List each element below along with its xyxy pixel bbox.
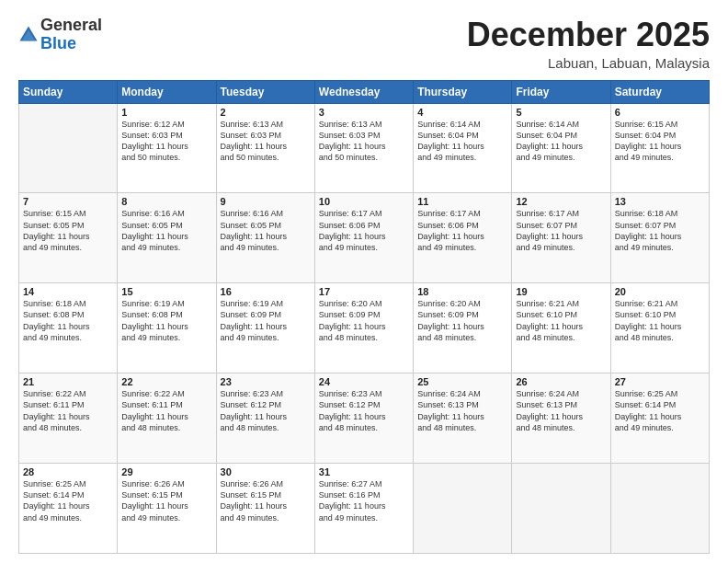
logo: General Blue bbox=[18, 17, 102, 53]
day-number: 21 bbox=[23, 376, 113, 387]
day-number: 11 bbox=[417, 196, 507, 207]
calendar-cell: 24Sunrise: 6:23 AM Sunset: 6:12 PM Dayli… bbox=[314, 373, 413, 464]
calendar-header-friday: Friday bbox=[512, 80, 610, 103]
calendar-cell: 2Sunrise: 6:13 AM Sunset: 6:03 PM Daylig… bbox=[216, 103, 314, 193]
calendar-cell bbox=[512, 464, 610, 554]
calendar-cell: 14Sunrise: 6:18 AM Sunset: 6:08 PM Dayli… bbox=[19, 283, 118, 373]
day-number: 31 bbox=[319, 466, 409, 477]
day-number: 20 bbox=[615, 286, 705, 297]
day-info: Sunrise: 6:14 AM Sunset: 6:04 PM Dayligh… bbox=[417, 119, 507, 164]
day-number: 5 bbox=[516, 107, 606, 118]
day-info: Sunrise: 6:12 AM Sunset: 6:03 PM Dayligh… bbox=[121, 119, 211, 164]
calendar-table: SundayMondayTuesdayWednesdayThursdayFrid… bbox=[18, 80, 710, 554]
day-number: 10 bbox=[319, 196, 409, 207]
day-info: Sunrise: 6:15 AM Sunset: 6:04 PM Dayligh… bbox=[615, 119, 705, 164]
month-title: December 2025 bbox=[467, 17, 710, 53]
day-number: 22 bbox=[121, 376, 211, 387]
logo-blue: Blue bbox=[40, 34, 76, 52]
day-number: 28 bbox=[23, 466, 113, 477]
title-block: December 2025 Labuan, Labuan, Malaysia bbox=[467, 17, 710, 71]
day-number: 1 bbox=[121, 107, 211, 118]
day-number: 14 bbox=[23, 286, 113, 297]
day-info: Sunrise: 6:26 AM Sunset: 6:15 PM Dayligh… bbox=[121, 478, 211, 523]
logo-text: General Blue bbox=[40, 17, 102, 53]
calendar-cell: 13Sunrise: 6:18 AM Sunset: 6:07 PM Dayli… bbox=[610, 193, 709, 283]
day-number: 3 bbox=[319, 107, 409, 118]
day-number: 2 bbox=[221, 107, 311, 118]
calendar-cell: 27Sunrise: 6:25 AM Sunset: 6:14 PM Dayli… bbox=[610, 373, 709, 464]
day-info: Sunrise: 6:19 AM Sunset: 6:08 PM Dayligh… bbox=[121, 298, 211, 343]
day-info: Sunrise: 6:13 AM Sunset: 6:03 PM Dayligh… bbox=[319, 119, 409, 164]
calendar-cell bbox=[19, 103, 118, 193]
calendar-cell: 7Sunrise: 6:15 AM Sunset: 6:05 PM Daylig… bbox=[19, 193, 118, 283]
calendar-week-row: 7Sunrise: 6:15 AM Sunset: 6:05 PM Daylig… bbox=[19, 193, 710, 283]
day-info: Sunrise: 6:21 AM Sunset: 6:10 PM Dayligh… bbox=[516, 298, 606, 343]
day-info: Sunrise: 6:20 AM Sunset: 6:09 PM Dayligh… bbox=[319, 298, 409, 343]
day-info: Sunrise: 6:22 AM Sunset: 6:11 PM Dayligh… bbox=[23, 388, 113, 433]
day-info: Sunrise: 6:18 AM Sunset: 6:08 PM Dayligh… bbox=[23, 298, 113, 343]
day-info: Sunrise: 6:14 AM Sunset: 6:04 PM Dayligh… bbox=[516, 119, 606, 164]
day-info: Sunrise: 6:23 AM Sunset: 6:12 PM Dayligh… bbox=[319, 388, 409, 433]
day-info: Sunrise: 6:21 AM Sunset: 6:10 PM Dayligh… bbox=[615, 298, 705, 343]
day-number: 19 bbox=[516, 286, 606, 297]
day-info: Sunrise: 6:15 AM Sunset: 6:05 PM Dayligh… bbox=[23, 208, 113, 253]
day-number: 18 bbox=[417, 286, 507, 297]
header: General Blue December 2025 Labuan, Labua… bbox=[18, 17, 710, 71]
calendar-week-row: 28Sunrise: 6:25 AM Sunset: 6:14 PM Dayli… bbox=[19, 464, 710, 554]
calendar-cell: 11Sunrise: 6:17 AM Sunset: 6:06 PM Dayli… bbox=[414, 193, 512, 283]
day-info: Sunrise: 6:13 AM Sunset: 6:03 PM Dayligh… bbox=[221, 119, 311, 164]
calendar-cell: 10Sunrise: 6:17 AM Sunset: 6:06 PM Dayli… bbox=[314, 193, 413, 283]
day-number: 23 bbox=[221, 376, 311, 387]
calendar-cell: 12Sunrise: 6:17 AM Sunset: 6:07 PM Dayli… bbox=[512, 193, 610, 283]
calendar-cell: 31Sunrise: 6:27 AM Sunset: 6:16 PM Dayli… bbox=[314, 464, 413, 554]
day-info: Sunrise: 6:16 AM Sunset: 6:05 PM Dayligh… bbox=[121, 208, 211, 253]
calendar-week-row: 14Sunrise: 6:18 AM Sunset: 6:08 PM Dayli… bbox=[19, 283, 710, 373]
calendar-cell: 9Sunrise: 6:16 AM Sunset: 6:05 PM Daylig… bbox=[216, 193, 314, 283]
day-info: Sunrise: 6:25 AM Sunset: 6:14 PM Dayligh… bbox=[615, 388, 705, 433]
day-number: 16 bbox=[221, 286, 311, 297]
day-number: 12 bbox=[516, 196, 606, 207]
day-info: Sunrise: 6:23 AM Sunset: 6:12 PM Dayligh… bbox=[221, 388, 311, 433]
calendar-header-tuesday: Tuesday bbox=[216, 80, 314, 103]
calendar-cell: 26Sunrise: 6:24 AM Sunset: 6:13 PM Dayli… bbox=[512, 373, 610, 464]
calendar-cell: 25Sunrise: 6:24 AM Sunset: 6:13 PM Dayli… bbox=[414, 373, 512, 464]
calendar-cell: 18Sunrise: 6:20 AM Sunset: 6:09 PM Dayli… bbox=[414, 283, 512, 373]
calendar-cell: 19Sunrise: 6:21 AM Sunset: 6:10 PM Dayli… bbox=[512, 283, 610, 373]
day-number: 26 bbox=[516, 376, 606, 387]
day-number: 8 bbox=[121, 196, 211, 207]
day-info: Sunrise: 6:20 AM Sunset: 6:09 PM Dayligh… bbox=[417, 298, 507, 343]
calendar-header-thursday: Thursday bbox=[414, 80, 512, 103]
day-number: 29 bbox=[121, 466, 211, 477]
calendar-cell: 3Sunrise: 6:13 AM Sunset: 6:03 PM Daylig… bbox=[314, 103, 413, 193]
day-number: 27 bbox=[615, 376, 705, 387]
calendar-cell: 1Sunrise: 6:12 AM Sunset: 6:03 PM Daylig… bbox=[118, 103, 216, 193]
day-info: Sunrise: 6:19 AM Sunset: 6:09 PM Dayligh… bbox=[221, 298, 311, 343]
day-number: 30 bbox=[221, 466, 311, 477]
day-number: 17 bbox=[319, 286, 409, 297]
day-info: Sunrise: 6:22 AM Sunset: 6:11 PM Dayligh… bbox=[121, 388, 211, 433]
logo-general: General bbox=[40, 16, 102, 34]
calendar-cell: 15Sunrise: 6:19 AM Sunset: 6:08 PM Dayli… bbox=[118, 283, 216, 373]
calendar-cell: 4Sunrise: 6:14 AM Sunset: 6:04 PM Daylig… bbox=[414, 103, 512, 193]
calendar-week-row: 1Sunrise: 6:12 AM Sunset: 6:03 PM Daylig… bbox=[19, 103, 710, 193]
day-number: 25 bbox=[417, 376, 507, 387]
day-info: Sunrise: 6:17 AM Sunset: 6:06 PM Dayligh… bbox=[319, 208, 409, 253]
calendar-cell: 20Sunrise: 6:21 AM Sunset: 6:10 PM Dayli… bbox=[610, 283, 709, 373]
calendar-header-wednesday: Wednesday bbox=[314, 80, 413, 103]
calendar-header-row: SundayMondayTuesdayWednesdayThursdayFrid… bbox=[19, 80, 710, 103]
calendar-cell: 16Sunrise: 6:19 AM Sunset: 6:09 PM Dayli… bbox=[216, 283, 314, 373]
calendar-cell bbox=[610, 464, 709, 554]
day-info: Sunrise: 6:24 AM Sunset: 6:13 PM Dayligh… bbox=[417, 388, 507, 433]
calendar-cell: 8Sunrise: 6:16 AM Sunset: 6:05 PM Daylig… bbox=[118, 193, 216, 283]
calendar-cell: 17Sunrise: 6:20 AM Sunset: 6:09 PM Dayli… bbox=[314, 283, 413, 373]
logo-icon bbox=[18, 25, 39, 45]
day-number: 7 bbox=[23, 196, 113, 207]
day-number: 9 bbox=[221, 196, 311, 207]
day-info: Sunrise: 6:17 AM Sunset: 6:06 PM Dayligh… bbox=[417, 208, 507, 253]
calendar-header-sunday: Sunday bbox=[19, 80, 118, 103]
calendar-header-monday: Monday bbox=[118, 80, 216, 103]
calendar-cell: 28Sunrise: 6:25 AM Sunset: 6:14 PM Dayli… bbox=[19, 464, 118, 554]
calendar-cell: 22Sunrise: 6:22 AM Sunset: 6:11 PM Dayli… bbox=[118, 373, 216, 464]
day-number: 4 bbox=[417, 107, 507, 118]
day-number: 15 bbox=[121, 286, 211, 297]
